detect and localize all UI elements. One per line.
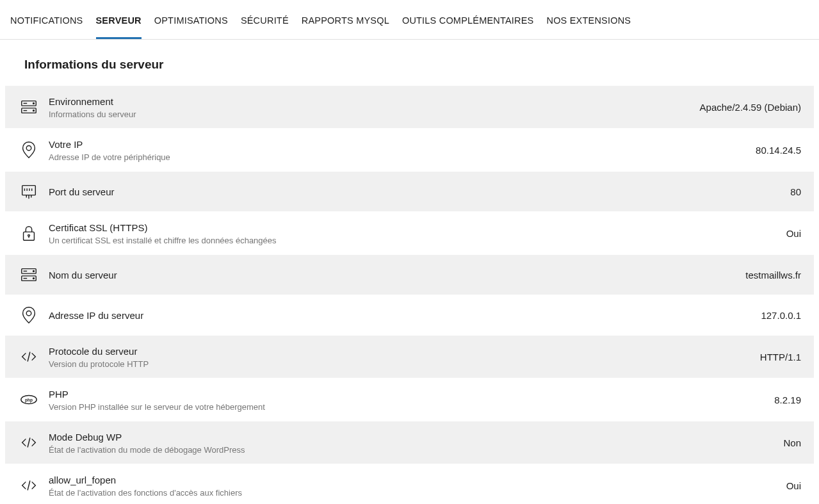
row-subtitle: État de l'activation des fonctions d'acc…: [49, 488, 786, 498]
info-row: Mode Debug WPÉtat de l'activation du mod…: [5, 421, 814, 464]
info-row: Adresse IP du serveur127.0.0.1: [5, 295, 814, 336]
info-row: Certificat SSL (HTTPS)Un certificat SSL …: [5, 212, 814, 255]
row-subtitle: État de l'activation du mode de débogage…: [49, 445, 783, 455]
info-row: PHPVersion PHP installée sur le serveur …: [5, 378, 814, 421]
row-text: Mode Debug WPÉtat de l'activation du mod…: [49, 430, 783, 455]
row-subtitle: Version PHP installée sur le serveur de …: [49, 402, 774, 412]
tab-securite[interactable]: SÉCURITÉ: [241, 9, 289, 39]
code-icon: [18, 346, 40, 368]
tab-outils[interactable]: OUTILS COMPLÉMENTAIRES: [402, 9, 534, 39]
info-row: EnvironnementInformations du serveurApac…: [5, 86, 814, 129]
row-text: Adresse IP du serveur: [49, 309, 761, 322]
pin-icon: [18, 139, 40, 161]
row-subtitle: Version du protocole HTTP: [49, 359, 760, 369]
row-value: 80: [790, 186, 801, 197]
tab-rapports-mysql[interactable]: RAPPORTS MYSQL: [302, 9, 389, 39]
row-value: Apache/2.4.59 (Debian): [700, 102, 801, 113]
row-title: Port du serveur: [49, 185, 790, 199]
row-title: Certificat SSL (HTTPS): [49, 221, 786, 234]
row-value: 8.2.19: [774, 394, 801, 405]
info-row: Votre IPAdresse IP de votre périphérique…: [5, 129, 814, 172]
info-row: Port du serveur80: [5, 172, 814, 212]
lock-icon: [18, 222, 40, 244]
row-value: Oui: [786, 480, 801, 491]
row-text: Votre IPAdresse IP de votre périphérique: [49, 138, 756, 162]
row-title: Mode Debug WP: [49, 430, 783, 444]
port-icon: [18, 181, 40, 202]
row-subtitle: Informations du serveur: [49, 110, 700, 119]
section-title: Informations du serveur: [0, 40, 819, 86]
row-title: allow_url_fopen: [49, 473, 786, 487]
row-text: allow_url_fopenÉtat de l'activation des …: [49, 473, 786, 498]
row-text: Port du serveur: [49, 185, 790, 199]
row-title: Adresse IP du serveur: [49, 309, 761, 322]
tabs-bar: NOTIFICATIONS SERVEUR OPTIMISATIONS SÉCU…: [0, 4, 819, 40]
row-value: testmaillws.fr: [745, 270, 801, 280]
row-value: 127.0.0.1: [761, 310, 801, 321]
row-value: HTTP/1.1: [760, 352, 801, 362]
row-value: 80.14.24.5: [756, 145, 801, 156]
row-subtitle: Adresse IP de votre périphérique: [49, 152, 756, 162]
info-row: Protocole du serveurVersion du protocole…: [5, 336, 814, 378]
row-text: EnvironnementInformations du serveur: [49, 95, 700, 119]
row-text: Certificat SSL (HTTPS)Un certificat SSL …: [49, 221, 786, 245]
row-text: Nom du serveur: [49, 268, 745, 282]
tab-notifications[interactable]: NOTIFICATIONS: [10, 9, 83, 39]
row-text: Protocole du serveurVersion du protocole…: [49, 345, 760, 369]
row-value: Non: [783, 437, 801, 448]
info-row: allow_url_fopenÉtat de l'activation des …: [5, 464, 814, 504]
row-title: Votre IP: [49, 138, 756, 151]
php-icon: [18, 389, 40, 411]
code-icon: [18, 432, 40, 453]
code-icon: [18, 475, 40, 496]
row-title: PHP: [49, 387, 774, 401]
row-title: Protocole du serveur: [49, 345, 760, 358]
server-icon: [18, 96, 40, 118]
row-value: Oui: [786, 228, 801, 239]
row-subtitle: Un certificat SSL est installé et chiffr…: [49, 236, 786, 245]
tab-extensions[interactable]: NOS EXTENSIONS: [546, 9, 631, 39]
row-title: Environnement: [49, 95, 700, 108]
tab-optimisations[interactable]: OPTIMISATIONS: [154, 9, 228, 39]
server-icon: [18, 264, 40, 286]
server-info-list: EnvironnementInformations du serveurApac…: [0, 86, 819, 504]
info-row: Nom du serveurtestmaillws.fr: [5, 255, 814, 295]
row-title: Nom du serveur: [49, 268, 745, 282]
row-text: PHPVersion PHP installée sur le serveur …: [49, 387, 774, 412]
tab-serveur[interactable]: SERVEUR: [96, 9, 142, 39]
pin-icon: [18, 304, 40, 326]
